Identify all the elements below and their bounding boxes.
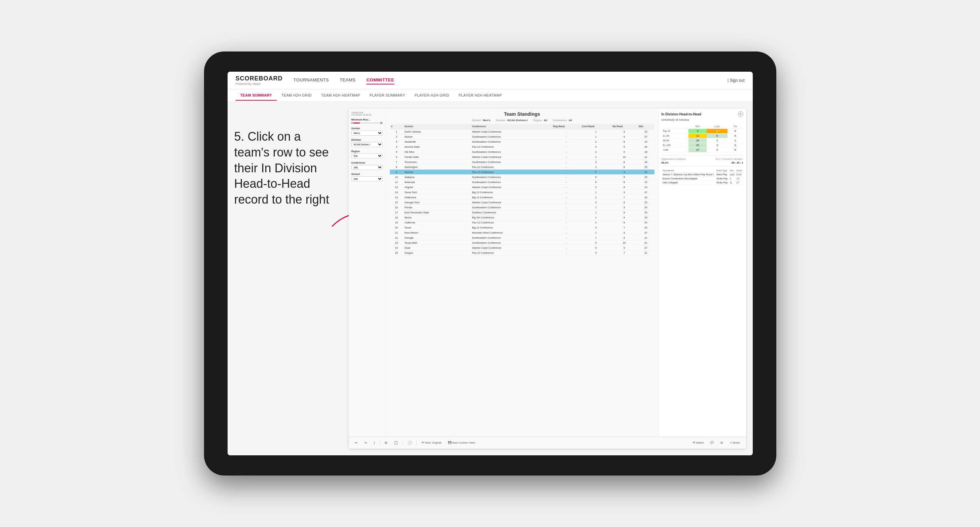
cell-num: 19 (390, 220, 403, 225)
cell-school: Florida State (403, 154, 471, 160)
sub-nav-team-h2h-heatmap[interactable]: TEAM H2H HEATMAP (317, 90, 365, 101)
cell-win: 24 (637, 220, 654, 225)
cell-reg-rank: - (552, 185, 581, 190)
cell-school: California (403, 220, 471, 225)
table-row[interactable]: 9 Arizona Pac-12 Conference - 5 8 23 (390, 170, 654, 175)
table-row[interactable]: 22 Georgia Southeastern Conference - 7 8… (390, 235, 654, 240)
cell-win: 24 (637, 205, 654, 210)
sub-nav-team-summary[interactable]: TEAM SUMMARY (235, 90, 277, 101)
tablet-screen: SCOREBOARD Powered by clippd TOURNAMENTS… (228, 72, 753, 455)
toolbar-redo[interactable]: ↪ (362, 440, 369, 446)
toolbar-undo[interactable]: ↩ (353, 440, 360, 446)
cell-reg-rank: - (552, 245, 581, 250)
h2h-loss-top10: 13 (706, 129, 727, 133)
toolbar-save-custom[interactable]: 💾 Save Custom View (446, 440, 477, 445)
h2h-col-range (662, 124, 689, 129)
cell-num: 21 (390, 230, 403, 235)
cell-conf-rank: 2 (581, 139, 611, 144)
table-row[interactable]: 4 Arizona State Pac-12 Conference - 3 9 … (390, 144, 654, 149)
cell-win: 18 (637, 149, 654, 154)
school-select[interactable]: (All) (352, 176, 383, 181)
toolbar-fwd[interactable]: ⟩ (372, 440, 377, 446)
table-row[interactable]: 1 North Carolina Atlantic Coast Conferen… (390, 129, 654, 134)
table-row[interactable]: 12 Virginia Atlantic Coast Conference - … (390, 185, 654, 190)
toolbar-watch[interactable]: 👁 Watch (691, 440, 706, 445)
cell-reg-rank: - (552, 180, 581, 185)
table-row[interactable]: 6 Florida State Atlantic Coast Conferenc… (390, 154, 654, 160)
table-row[interactable]: 14 Oklahoma Big 12 Conference - 2 7 26 (390, 195, 654, 200)
nav-teams[interactable]: TEAMS (340, 76, 355, 84)
table-row[interactable]: 23 Texas A&M Southeastern Conference - 9… (390, 240, 654, 245)
sub-nav-player-summary[interactable]: PLAYER SUMMARY (365, 90, 410, 101)
table-row[interactable]: 17 East Tennessee State Southern Confere… (390, 210, 654, 215)
cell-no-rnds: 10 (611, 154, 637, 160)
t-col-pos: Pos (729, 168, 735, 173)
toolbar-grid[interactable]: ⊞ (718, 440, 725, 445)
cell-reg-rank: - (552, 154, 581, 160)
cell-no-rnds: 6 (611, 149, 637, 154)
nav-committee[interactable]: COMMITTEE (366, 76, 394, 84)
sub-nav-team-h2h-grid[interactable]: TEAM H2H GRID (277, 90, 317, 101)
tournament-pos: Loss (729, 173, 735, 177)
table-row[interactable]: 25 Oregon Pac-12 Conference - 5 7 21 (390, 250, 654, 256)
table-row[interactable]: 7 Tennessee Southeastern Conference - 4 … (390, 160, 654, 165)
cell-school: Arkansas (403, 180, 471, 185)
table-row[interactable]: 18 Illinois Big Ten Conference - 1 9 23 (390, 215, 654, 220)
division-select[interactable]: NCAA Division I (352, 142, 383, 147)
table-row[interactable]: 10 Alabama Southeastern Conference - 5 8… (390, 175, 654, 180)
toolbar-share[interactable]: ↗ Share (727, 440, 741, 445)
table-row[interactable]: 2 Auburn Southeastern Conference - 1 9 2… (390, 134, 654, 139)
conference-select[interactable]: (All) (352, 165, 383, 170)
h2h-divider-2 (662, 166, 743, 167)
cell-win: 23 (637, 200, 654, 205)
grid-icon: ⊞ (721, 441, 723, 444)
min-rounds-slider[interactable]: 4 20 (352, 122, 383, 124)
h2h-tie-51-100: 0 (727, 143, 743, 148)
cell-num: 13 (390, 190, 403, 195)
table-row[interactable]: 20 Texas Big 12 Conference - 3 7 20 (390, 225, 654, 230)
sign-out-button[interactable]: | Sign out (727, 78, 745, 83)
cell-no-rnds: 9 (611, 245, 637, 250)
table-row[interactable]: 8 Washington Pac-12 Conference - 2 8 23 (390, 165, 654, 170)
toolbar-view-original[interactable]: 👁 View: Original (420, 440, 443, 445)
nav-tournaments[interactable]: TOURNAMENTS (294, 76, 329, 84)
h2h-team-name: University of Arizona (662, 118, 743, 122)
toolbar-copy[interactable]: ⧉ (383, 440, 389, 446)
toolbar-clock[interactable]: 🕐 (406, 440, 414, 446)
table-row[interactable]: 21 New Mexico Mountain West Conference -… (390, 230, 654, 235)
cell-num: 1 (390, 129, 403, 134)
table-row[interactable]: 19 California Pac-12 Conference - 4 8 24 (390, 220, 654, 225)
table-row[interactable]: 16 Florida Southeastern Conference - 7 9… (390, 205, 654, 210)
cell-no-rnds: 9 (611, 134, 637, 139)
table-row[interactable]: 13 Texas Tech Big 12 Conference - 1 9 27 (390, 190, 654, 195)
sub-nav-player-h2h-heatmap[interactable]: PLAYER H2H HEATMAP (454, 90, 506, 101)
cell-reg-rank: - (552, 190, 581, 195)
logo-subtitle: Powered by clippd (235, 82, 283, 86)
cell-conference: Atlantic Coast Conference (471, 129, 552, 134)
page-background: SCOREBOARD Powered by clippd TOURNAMENTS… (0, 0, 980, 527)
cell-no-rnds: 8 (611, 175, 637, 180)
main-content: 5. Click on a team's row to see their In… (228, 102, 753, 455)
h2h-win-26-50: 25 (689, 138, 706, 143)
toolbar-paste[interactable]: 📋 (392, 440, 400, 446)
eye-icon: 👁 (422, 441, 424, 444)
table-row[interactable]: 5 Ole Miss Southeastern Conference - 3 6… (390, 149, 654, 154)
h2h-loss-51-100: 3 (706, 143, 727, 148)
h2h-close-button[interactable]: ✕ (738, 111, 743, 117)
table-row[interactable]: 3 Vanderbilt Southeastern Conference - 2… (390, 139, 654, 144)
toolbar-comment[interactable]: 💬 (708, 440, 716, 445)
tournament-score: -17 (735, 177, 743, 181)
region-select[interactable]: N/A (352, 154, 383, 159)
gender-select[interactable]: Men's Women's (352, 130, 383, 136)
sub-nav-player-h2h-grid[interactable]: PLAYER H2H GRID (410, 90, 454, 101)
cell-no-rnds: 8 (611, 200, 637, 205)
h2h-opponents-value: 99.1% (662, 161, 668, 164)
table-row[interactable]: 11 Arkansas Southeastern Conference - 6 … (390, 180, 654, 185)
cell-win: 23 (637, 175, 654, 180)
table-row[interactable]: 24 Duke Atlantic Coast Conference - 5 9 … (390, 245, 654, 250)
cell-win: 27 (637, 134, 654, 139)
cell-conference: Southeastern Conference (471, 175, 552, 180)
copy-icon: ⧉ (385, 441, 387, 445)
table-row[interactable]: 15 Georgia Tech Atlantic Coast Conferenc… (390, 200, 654, 205)
tournament-name: Arizona Thunderbirds Intercollegiate (662, 177, 715, 181)
